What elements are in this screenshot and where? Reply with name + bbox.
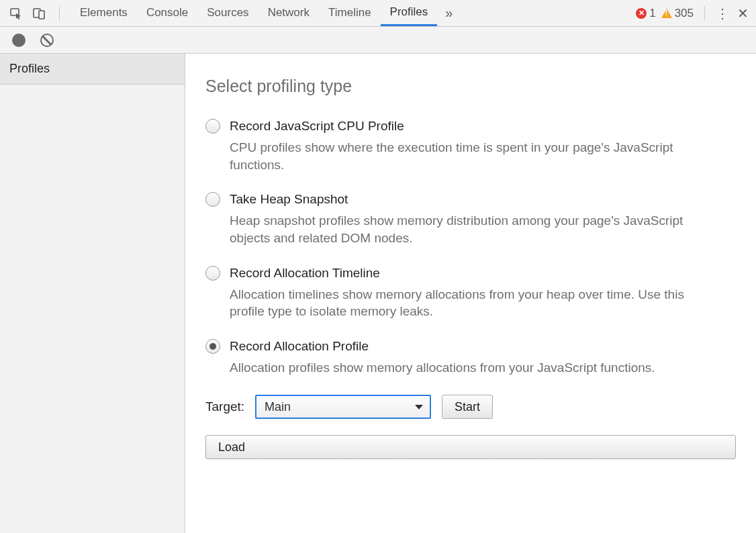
- option-head: Take Heap Snapshot: [205, 192, 736, 207]
- tab-sources[interactable]: Sources: [197, 0, 258, 26]
- page-title: Select profiling type: [205, 77, 736, 96]
- option-head: Record Allocation Profile: [205, 339, 736, 354]
- load-button[interactable]: Load: [205, 435, 736, 459]
- toolbar-divider: [704, 6, 705, 21]
- top-toolbar: Elements Console Sources Network Timelin…: [0, 0, 756, 27]
- profiles-subtoolbar: [0, 27, 756, 54]
- tab-profiles[interactable]: Profiles: [381, 0, 438, 26]
- warning-icon: [661, 9, 672, 18]
- option-desc: CPU profiles show where the execution ti…: [230, 139, 720, 173]
- warning-count[interactable]: 305: [661, 7, 694, 20]
- radio-cpu-profile[interactable]: [205, 119, 220, 134]
- load-button-label: Load: [218, 440, 245, 454]
- toolbar-divider: [59, 6, 60, 21]
- target-select-value: Main: [265, 400, 291, 414]
- settings-menu-icon[interactable]: ⋮: [716, 5, 729, 21]
- body: Profiles Select profiling type Record Ja…: [0, 54, 756, 533]
- option-allocation-timeline: Record Allocation Timeline Allocation ti…: [205, 266, 736, 320]
- tab-elements[interactable]: Elements: [70, 0, 137, 26]
- target-label: Target:: [205, 399, 244, 414]
- panel-tabs: Elements Console Sources Network Timelin…: [70, 0, 437, 26]
- inspect-element-icon[interactable]: [9, 7, 23, 20]
- tab-timeline[interactable]: Timeline: [319, 0, 381, 26]
- option-allocation-profile: Record Allocation Profile Allocation pro…: [205, 339, 736, 377]
- radio-allocation-timeline[interactable]: [205, 266, 220, 281]
- main-panel: Select profiling type Record JavaScript …: [185, 54, 756, 533]
- tab-console[interactable]: Console: [137, 0, 197, 26]
- svg-rect-2: [39, 11, 44, 19]
- start-button-label: Start: [455, 400, 480, 414]
- toolbar-right: ✕ 1 305 ⋮ ✕: [636, 5, 751, 21]
- toolbar-left-icons: [9, 6, 64, 21]
- error-count-value: 1: [649, 7, 655, 20]
- sidebar: Profiles: [0, 54, 185, 533]
- error-count[interactable]: ✕ 1: [636, 7, 655, 20]
- sidebar-item-label: Profiles: [9, 62, 50, 76]
- option-desc: Allocation profiles show memory allocati…: [230, 359, 720, 377]
- target-select[interactable]: Main: [255, 395, 431, 419]
- option-title: Record JavaScript CPU Profile: [230, 119, 404, 134]
- option-head: Record Allocation Timeline: [205, 266, 736, 281]
- close-icon[interactable]: ✕: [735, 5, 751, 21]
- record-button-icon[interactable]: [12, 34, 26, 47]
- target-row: Target: Main Start: [205, 395, 736, 419]
- option-title: Record Allocation Timeline: [230, 266, 380, 281]
- chevron-down-icon: [415, 405, 423, 409]
- start-button[interactable]: Start: [442, 395, 493, 419]
- warning-count-value: 305: [675, 7, 694, 20]
- device-mode-icon[interactable]: [32, 7, 46, 20]
- option-title: Take Heap Snapshot: [230, 192, 348, 207]
- option-title: Record Allocation Profile: [230, 339, 369, 354]
- option-head: Record JavaScript CPU Profile: [205, 119, 736, 134]
- option-heap-snapshot: Take Heap Snapshot Heap snapshot profile…: [205, 192, 736, 246]
- tab-network[interactable]: Network: [258, 0, 319, 26]
- option-desc: Heap snapshot profiles show memory distr…: [230, 212, 720, 246]
- load-row: Load: [205, 435, 736, 459]
- error-icon: ✕: [636, 8, 647, 19]
- more-tabs-icon[interactable]: »: [445, 5, 453, 21]
- option-desc: Allocation timelines show memory allocat…: [230, 286, 720, 320]
- sidebar-item-profiles[interactable]: Profiles: [0, 54, 185, 85]
- radio-allocation-profile[interactable]: [205, 339, 220, 354]
- radio-heap-snapshot[interactable]: [205, 192, 220, 207]
- option-cpu-profile: Record JavaScript CPU Profile CPU profil…: [205, 119, 736, 173]
- clear-button-icon[interactable]: [40, 34, 54, 47]
